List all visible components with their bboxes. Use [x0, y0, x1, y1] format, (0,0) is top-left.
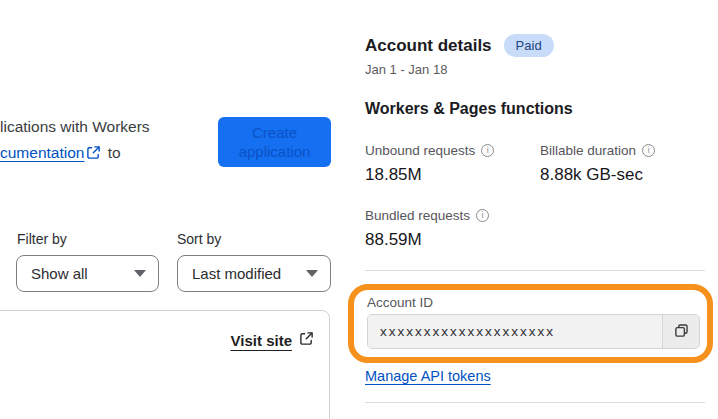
- manage-api-tokens-link[interactable]: Manage API tokens: [365, 368, 491, 384]
- create-button-line2: application: [239, 142, 311, 161]
- metric-label: Bundled requests: [365, 208, 470, 223]
- visit-site-link[interactable]: Visit site: [231, 331, 314, 349]
- intro-text: lications with Workers cumentation to: [0, 114, 220, 168]
- metric-value: 18.85M: [365, 165, 540, 185]
- create-button-line1: Create: [252, 123, 297, 142]
- intro-line1: lications with Workers: [0, 118, 150, 135]
- divider: [365, 270, 705, 271]
- metric-label: Unbound requests: [365, 143, 475, 158]
- metric-unbound-requests: Unbound requests i 18.85M: [365, 143, 540, 185]
- intro-after-link: to: [108, 144, 121, 161]
- panel-title: Account details: [365, 36, 492, 56]
- workers-pages-dashboard: lications with Workers cumentation to Cr…: [0, 0, 718, 419]
- documentation-link[interactable]: cumentation: [0, 144, 84, 161]
- sort-by-label: Sort by: [177, 231, 221, 247]
- project-card: Visit site: [0, 310, 330, 419]
- metric-billable-duration: Billable duration i 8.88k GB-sec: [540, 143, 705, 185]
- date-range: Jan 1 - Jan 18: [365, 62, 447, 77]
- chevron-down-icon: [134, 270, 146, 277]
- account-id-field: [367, 314, 700, 349]
- metric-value: 88.59M: [365, 230, 540, 250]
- functions-section-title: Workers & Pages functions: [365, 100, 573, 118]
- external-link-icon: [86, 142, 101, 168]
- metric-label: Billable duration: [540, 143, 636, 158]
- create-application-button[interactable]: Create application: [218, 117, 331, 167]
- info-icon[interactable]: i: [642, 144, 655, 157]
- account-id-input[interactable]: [368, 315, 662, 348]
- sort-dropdown[interactable]: Last modified: [177, 255, 331, 292]
- filter-dropdown[interactable]: Show all: [16, 255, 159, 292]
- filter-by-label: Filter by: [17, 231, 67, 247]
- external-link-icon: [299, 331, 314, 349]
- account-id-label: Account ID: [367, 295, 433, 310]
- filter-selected-value: Show all: [31, 265, 126, 282]
- divider: [365, 402, 705, 403]
- account-details-header: Account details Paid: [365, 34, 554, 57]
- plan-badge: Paid: [504, 34, 554, 57]
- metric-value: 8.88k GB-sec: [540, 165, 705, 185]
- metrics-grid: Unbound requests i 18.85M Billable durat…: [365, 143, 705, 250]
- account-details-panel: Account details Paid Jan 1 - Jan 18 Work…: [365, 0, 713, 419]
- sort-selected-value: Last modified: [192, 265, 298, 282]
- copy-button[interactable]: [662, 315, 699, 348]
- visit-site-label: Visit site: [231, 332, 292, 349]
- info-icon[interactable]: i: [476, 209, 489, 222]
- metric-bundled-requests: Bundled requests i 88.59M: [365, 208, 540, 250]
- copy-icon: [673, 322, 690, 342]
- info-icon[interactable]: i: [481, 144, 494, 157]
- chevron-down-icon: [306, 270, 318, 277]
